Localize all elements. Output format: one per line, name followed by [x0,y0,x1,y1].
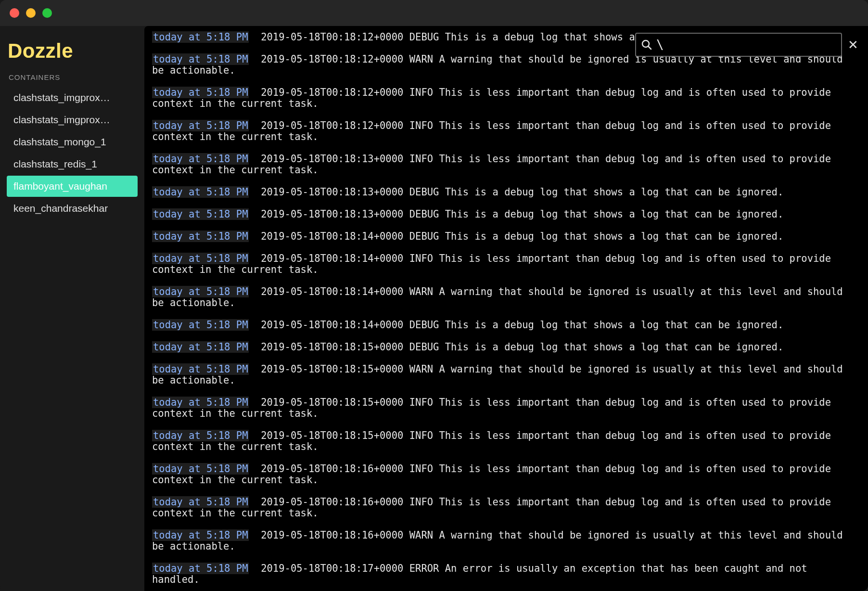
log-line: today at 5:18 PM 2019-05-18T00:18:17+000… [152,563,860,585]
log-timestamp: today at 5:18 PM [152,186,249,198]
log-message: 2019-05-18T00:18:14+0000 WARN A warning … [152,286,849,308]
sidebar-item-clashstats-imgprox-[interactable]: clashstats_imgprox… [7,87,138,108]
log-timestamp: today at 5:18 PM [152,397,249,408]
log-message: 2019-05-18T00:18:14+0000 DEBUG This is a… [249,231,783,242]
log-line: today at 5:18 PM 2019-05-18T00:18:15+000… [152,342,860,353]
close-icon[interactable]: ✕ [848,39,858,51]
log-message: 2019-05-18T00:18:12+0000 DEBUG This is a… [249,31,659,43]
log-timestamp: today at 5:18 PM [152,319,249,331]
log-line: today at 5:18 PM 2019-05-18T00:18:12+000… [152,87,860,109]
log-message: 2019-05-18T00:18:12+0000 WARN A warning … [152,53,849,76]
log-timestamp: today at 5:18 PM [152,563,249,574]
log-timestamp: today at 5:18 PM [152,430,249,441]
log-message: 2019-05-18T00:18:14+0000 INFO This is le… [152,253,837,275]
log-message: 2019-05-18T00:18:16+0000 INFO This is le… [152,463,837,486]
traffic-light-zoom-icon[interactable] [42,8,52,18]
log-output[interactable]: today at 5:18 PM 2019-05-18T00:18:12+000… [144,26,868,591]
log-message: 2019-05-18T00:18:14+0000 DEBUG This is a… [249,319,783,331]
log-message: 2019-05-18T00:18:12+0000 INFO This is le… [152,87,837,109]
log-timestamp: today at 5:18 PM [152,53,249,65]
log-line: today at 5:18 PM 2019-05-18T00:18:13+000… [152,209,860,220]
log-timestamp: today at 5:18 PM [152,208,249,220]
sidebar-item-flamboyant-vaughan[interactable]: flamboyant_vaughan [7,176,138,197]
log-timestamp: today at 5:18 PM [152,286,249,297]
log-timestamp: today at 5:18 PM [152,120,249,131]
log-timestamp: today at 5:18 PM [152,87,249,98]
traffic-light-minimize-icon[interactable] [26,8,36,18]
app-body: Dozzle CONTAINERS clashstats_imgprox…cla… [0,26,868,591]
log-line: today at 5:18 PM 2019-05-18T00:18:13+000… [152,154,860,176]
log-timestamp: today at 5:18 PM [152,253,249,264]
sidebar-container-list: clashstats_imgprox…clashstats_imgprox…cl… [7,87,138,219]
log-message: 2019-05-18T00:18:12+0000 INFO This is le… [152,120,837,142]
log-timestamp: today at 5:18 PM [152,341,249,353]
log-timestamp: today at 5:18 PM [152,31,249,43]
log-line: today at 5:18 PM 2019-05-18T00:18:16+000… [152,497,860,519]
log-timestamp: today at 5:18 PM [152,363,249,375]
log-timestamp: today at 5:18 PM [152,496,249,508]
search-bar: ✕ [635,33,858,57]
log-timestamp: today at 5:18 PM [152,463,249,475]
log-message: 2019-05-18T00:18:13+0000 INFO This is le… [152,153,837,176]
app-window: Dozzle CONTAINERS clashstats_imgprox…cla… [0,0,868,591]
log-line: today at 5:18 PM 2019-05-18T00:18:15+000… [152,364,860,386]
search-field-wrap[interactable] [635,33,842,57]
log-timestamp: today at 5:18 PM [152,529,249,541]
app-logo[interactable]: Dozzle [8,39,137,63]
log-panel: ✕ today at 5:18 PM 2019-05-18T00:18:12+0… [144,26,868,591]
sidebar-item-clashstats-mongo-1[interactable]: clashstats_mongo_1 [7,131,138,153]
log-timestamp: today at 5:18 PM [152,231,249,242]
log-line: today at 5:18 PM 2019-05-18T00:18:14+000… [152,320,860,331]
log-line: today at 5:18 PM 2019-05-18T00:18:14+000… [152,286,860,308]
log-message: 2019-05-18T00:18:15+0000 DEBUG This is a… [249,341,783,353]
sidebar-item-keen-chandrasekhar[interactable]: keen_chandrasekhar [7,198,138,219]
sidebar-item-clashstats-redis-1[interactable]: clashstats_redis_1 [7,154,138,175]
log-line: today at 5:18 PM 2019-05-18T00:18:16+000… [152,530,860,552]
search-icon [641,39,652,51]
log-line: today at 5:18 PM 2019-05-18T00:18:16+000… [152,463,860,486]
svg-line-1 [649,47,651,50]
sidebar: Dozzle CONTAINERS clashstats_imgprox…cla… [0,26,144,591]
sidebar-item-clashstats-imgprox-[interactable]: clashstats_imgprox… [7,109,138,130]
log-line: today at 5:18 PM 2019-05-18T00:18:15+000… [152,397,860,419]
log-line: today at 5:18 PM 2019-05-18T00:18:14+000… [152,231,860,242]
log-message: 2019-05-18T00:18:15+0000 INFO This is le… [152,430,837,452]
log-message: 2019-05-18T00:18:16+0000 WARN A warning … [152,529,849,552]
titlebar [0,0,868,26]
log-message: 2019-05-18T00:18:13+0000 DEBUG This is a… [249,186,783,198]
log-message: 2019-05-18T00:18:15+0000 INFO This is le… [152,397,837,419]
log-line: today at 5:18 PM 2019-05-18T00:18:12+000… [152,54,860,76]
search-input[interactable] [656,38,836,52]
traffic-light-close-icon[interactable] [10,8,19,18]
log-line: today at 5:18 PM 2019-05-18T00:18:13+000… [152,187,860,198]
log-message: 2019-05-18T00:18:15+0000 WARN A warning … [152,363,849,386]
log-line: today at 5:18 PM 2019-05-18T00:18:12+000… [152,120,860,142]
log-line: today at 5:18 PM 2019-05-18T00:18:15+000… [152,430,860,452]
log-timestamp: today at 5:18 PM [152,153,249,165]
sidebar-section-label: CONTAINERS [9,73,136,81]
log-message: 2019-05-18T00:18:16+0000 INFO This is le… [152,496,837,519]
log-line: today at 5:18 PM 2019-05-18T00:18:14+000… [152,253,860,275]
log-message: 2019-05-18T00:18:17+0000 ERROR An error … [152,563,813,585]
log-message: 2019-05-18T00:18:13+0000 DEBUG This is a… [249,208,783,220]
